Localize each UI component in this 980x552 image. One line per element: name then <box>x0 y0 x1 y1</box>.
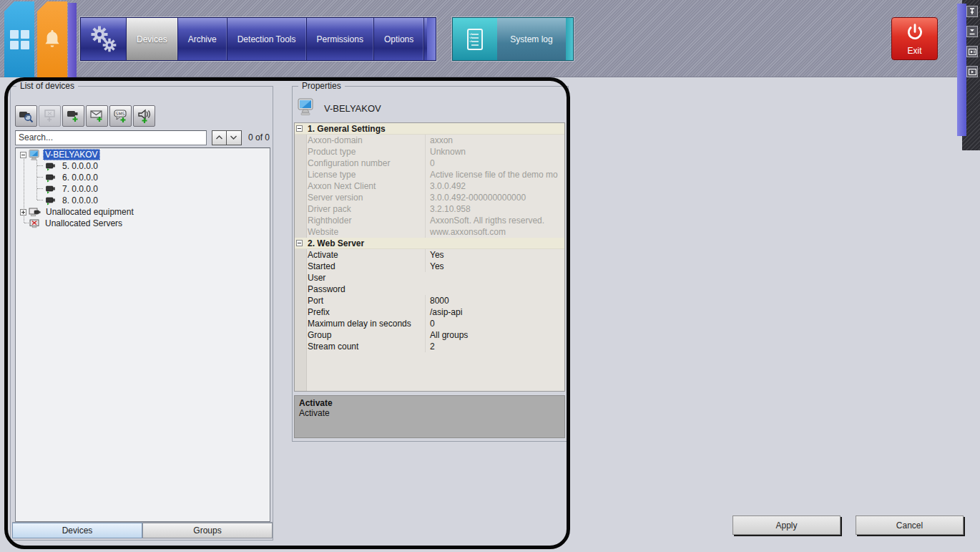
property-row[interactable]: ActivateYes <box>295 249 564 261</box>
tab-permissions[interactable]: Permissions <box>307 18 374 60</box>
tree-item-label: 8. 0.0.0.0 <box>60 195 100 206</box>
system-log-endcap <box>566 18 573 60</box>
property-name: Port <box>308 295 423 306</box>
property-row[interactable]: Websitewww.axxonsoft.com <box>295 226 564 238</box>
property-name: License type <box>308 169 423 180</box>
tree-item[interactable]: 7. 0.0.0.0 <box>16 183 270 195</box>
tree-item-label: 5. 0.0.0.0 <box>60 160 100 172</box>
property-category-row[interactable]: 1. General Settings <box>295 123 564 135</box>
tree-item-label: Unallocated Servers <box>43 218 124 229</box>
property-category-row[interactable]: 2. Web Server <box>295 238 564 249</box>
property-row[interactable]: User <box>295 272 564 284</box>
property-name: Maximum delay in seconds <box>308 318 423 329</box>
layouts-tab[interactable] <box>4 1 34 77</box>
dock-handle[interactable] <box>957 4 966 136</box>
property-row[interactable]: Maximum delay in seconds0 <box>295 318 564 329</box>
property-row[interactable]: StartedYes <box>295 261 564 272</box>
property-value: www.axxonsoft.com <box>425 226 564 238</box>
property-row[interactable]: Prefix/asip-api <box>295 306 564 318</box>
property-row[interactable]: Port8000 <box>295 295 564 306</box>
find-next-button[interactable] <box>227 130 242 145</box>
apply-button[interactable]: Apply <box>732 515 841 535</box>
device-discovery-button[interactable] <box>15 105 37 127</box>
property-value: 0 <box>425 158 564 169</box>
property-row[interactable]: Server version3.0.0.492-000000000000 <box>295 192 564 203</box>
property-row[interactable]: RightholderAxxonSoft. All rigths reserve… <box>295 215 564 226</box>
camera-icon <box>46 196 57 205</box>
panel-play-button[interactable] <box>966 66 978 77</box>
search-input[interactable] <box>15 130 207 145</box>
property-name: Server version <box>308 192 423 203</box>
category-header: 2. Web Server <box>308 238 364 249</box>
property-row[interactable]: Stream count2 <box>295 341 564 352</box>
tree-item[interactable]: 8. 0.0.0.0 <box>16 195 270 206</box>
list-of-devices-title: List of devices <box>16 81 78 91</box>
property-value: Active license file of the demo mo <box>425 169 564 180</box>
system-log-icon <box>453 18 497 60</box>
tree-item[interactable]: V-BELYAKOV <box>16 149 270 160</box>
tree-view-tabs: Devices Groups <box>12 522 273 538</box>
property-name: Stream count <box>308 341 423 352</box>
tab-groups-view[interactable]: Groups <box>142 523 273 538</box>
add-speaker-button[interactable] <box>133 105 155 127</box>
property-row[interactable]: Axxon-domainaxxon <box>295 135 564 146</box>
list-of-devices-panel: List of devices SMS 0 of 0 V-BELYAKOV5. … <box>10 86 273 541</box>
property-value: 8000 <box>425 295 564 306</box>
property-name: Axxon-domain <box>308 135 423 146</box>
server-monitor-icon <box>297 98 315 119</box>
property-grid: 1. General SettingsAxxon-domainaxxonProd… <box>294 122 565 392</box>
tab-options[interactable]: Options <box>374 18 424 60</box>
tree-expander[interactable] <box>20 152 26 158</box>
tab-archive[interactable]: Archive <box>178 18 227 60</box>
settings-toolbar: Devices Archive Detection Tools Permissi… <box>80 17 436 61</box>
panel-detach-button[interactable] <box>966 46 978 57</box>
alarms-tab[interactable] <box>37 1 67 77</box>
properties-title: Properties <box>298 81 345 91</box>
pin-button[interactable] <box>966 6 978 17</box>
tree-item[interactable]: Unallocated equipment <box>16 206 270 218</box>
tree-item[interactable]: Unallocated Servers <box>16 218 270 229</box>
add-camera-button[interactable] <box>62 105 84 127</box>
monitor-x-icon <box>29 219 40 228</box>
tab-devices-view[interactable]: Devices <box>12 523 142 538</box>
property-row[interactable]: Password <box>295 284 564 295</box>
alarm-bell-icon <box>43 29 62 51</box>
system-log-label: System log <box>497 18 566 60</box>
tree-item[interactable]: 5. 0.0.0.0 <box>16 160 270 172</box>
tree-item-label: V-BELYAKOV <box>43 149 100 160</box>
add-sms-button[interactable]: SMS <box>109 105 132 127</box>
toolbar-endcap <box>427 18 436 60</box>
property-row[interactable]: License typeActive license file of the d… <box>295 169 564 180</box>
exit-button[interactable]: Exit <box>891 17 938 60</box>
find-previous-button[interactable] <box>212 130 227 145</box>
add-email-button[interactable] <box>86 105 108 127</box>
camera-icon <box>46 162 57 171</box>
property-name: Website <box>308 226 423 238</box>
property-description-text: Activate <box>299 408 560 418</box>
layout-grid-icon <box>10 30 29 49</box>
tree-item-label: Unallocated equipment <box>44 206 136 218</box>
camera-icon <box>46 173 57 183</box>
property-value: axxon <box>425 135 564 146</box>
collapse-button[interactable] <box>966 26 978 37</box>
tab-devices[interactable]: Devices <box>127 18 178 60</box>
property-value: All groups <box>425 329 564 341</box>
property-row[interactable]: Product typeUnknown <box>295 146 564 158</box>
category-collapse-icon[interactable] <box>296 240 303 246</box>
category-collapse-icon[interactable] <box>296 125 303 132</box>
property-row[interactable]: Driver pack3.2.10.958 <box>295 203 564 215</box>
tab-detection-tools[interactable]: Detection Tools <box>227 18 307 60</box>
tree-expander[interactable] <box>20 209 26 216</box>
monitor-icon <box>29 150 40 160</box>
property-name: Configuration number <box>308 158 423 169</box>
property-name: Rightholder <box>308 215 423 226</box>
property-rows: 1. General SettingsAxxon-domainaxxonProd… <box>295 123 564 352</box>
tree-item[interactable]: 6. 0.0.0.0 <box>16 172 270 183</box>
cancel-button[interactable]: Cancel <box>856 515 964 535</box>
search-count: 0 of 0 <box>248 132 270 142</box>
devices-toolbar: SMS <box>15 105 155 127</box>
property-row[interactable]: GroupAll groups <box>295 329 564 341</box>
property-row[interactable]: Axxon Next Client3.0.0.492 <box>295 180 564 192</box>
system-log-button[interactable]: System log <box>452 17 574 61</box>
property-row[interactable]: Configuration number0 <box>295 158 564 169</box>
